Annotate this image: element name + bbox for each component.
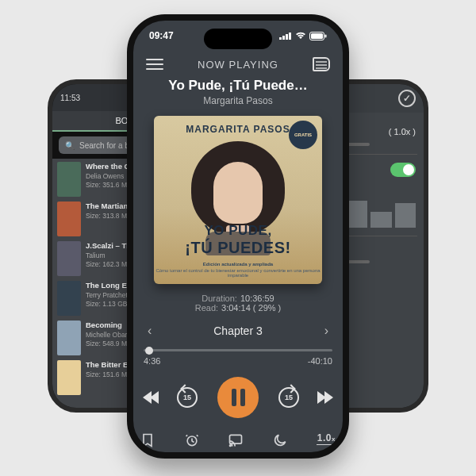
chapter-label[interactable]: Chapter 3 xyxy=(213,324,262,337)
svg-rect-5 xyxy=(311,33,323,39)
duration-label: Duration: xyxy=(202,294,237,303)
dynamic-island xyxy=(204,29,272,49)
book-cover-thumb xyxy=(57,360,81,395)
moon-icon xyxy=(272,432,288,448)
progress-thumb[interactable] xyxy=(145,347,153,355)
track-title: Yo Pude, ¡Tú Puede… xyxy=(133,78,343,94)
next-track-button[interactable] xyxy=(319,391,333,404)
cover-content: MARGARITA PASOS GRATIS YO PUDE, ¡TÚ PUED… xyxy=(154,116,322,284)
skip-forward-button[interactable]: 15 xyxy=(278,387,299,408)
cover-free-badge: GRATIS xyxy=(289,121,317,149)
book-cover-thumb xyxy=(57,321,81,355)
skip-back-icon: 15 xyxy=(177,387,198,408)
speed-value: 1.0x xyxy=(317,432,336,445)
svg-rect-3 xyxy=(289,33,291,40)
sleep-timer-button[interactable] xyxy=(184,432,200,448)
chapter-selector: ‹ Chapter 3 › xyxy=(148,324,328,338)
cover-tagline: Cómo tomar el control de tu bienestar em… xyxy=(154,268,322,278)
center-phone-now-playing: 09:47 NOW PLAYING Yo Pude, ¡Tú Puede… Ma… xyxy=(127,14,349,459)
status-icons xyxy=(279,30,327,41)
read-label: Read: xyxy=(195,303,218,313)
cast-icon xyxy=(228,432,244,448)
wifi-icon xyxy=(295,32,306,40)
cover-subtitle: Edición actualizada y ampliada xyxy=(154,262,322,267)
cover-portrait xyxy=(191,141,285,235)
read-value: 3:04:14 ( 29% ) xyxy=(221,303,281,313)
book-cover-thumb xyxy=(57,281,81,316)
skip-back-button[interactable]: 15 xyxy=(177,387,198,408)
alarm-icon xyxy=(184,432,200,448)
time-row: 4:36 -40:10 xyxy=(144,356,332,366)
bookmark-icon xyxy=(140,432,155,448)
equalizer-toggle[interactable] xyxy=(390,163,416,177)
cover-title: YO PUDE, ¡TÚ PUEDES! xyxy=(154,223,322,257)
battery-icon xyxy=(309,32,327,40)
book-cover-thumb xyxy=(57,202,81,236)
skip-forward-icon: 15 xyxy=(278,387,299,408)
night-mode-button[interactable] xyxy=(272,432,288,448)
play-pause-button[interactable] xyxy=(217,377,259,418)
svg-rect-2 xyxy=(286,34,288,40)
cover-title-line1: YO PUDE, xyxy=(204,223,271,238)
book-cover-thumb xyxy=(57,162,81,197)
cover-art[interactable]: MARGARITA PASOS GRATIS YO PUDE, ¡TÚ PUED… xyxy=(154,116,322,284)
cover-title-line2: ¡TÚ PUEDES! xyxy=(185,239,290,256)
menu-icon[interactable] xyxy=(146,59,163,70)
track-title-block: Yo Pude, ¡Tú Puede… Margarita Pasos xyxy=(133,78,343,106)
progress-bar[interactable] xyxy=(144,349,332,351)
svg-rect-8 xyxy=(230,435,242,443)
bookmark-button[interactable] xyxy=(140,432,155,448)
next-chapter-chevron-icon[interactable]: › xyxy=(324,324,328,338)
book-cover-thumb xyxy=(57,241,81,276)
search-icon: 🔍 xyxy=(65,141,75,150)
track-author: Margarita Pasos xyxy=(133,95,343,106)
svg-point-9 xyxy=(230,445,232,447)
signal-icon xyxy=(279,32,292,40)
clock: 09:47 xyxy=(149,30,174,41)
left-clock: 11:53 xyxy=(60,94,80,102)
duration-value: 10:36:59 xyxy=(240,294,274,303)
prev-track-button[interactable] xyxy=(143,391,157,404)
svg-rect-0 xyxy=(279,37,282,40)
time-remaining: -40:10 xyxy=(308,356,332,366)
playback-speed-value: ( 1.0x ) xyxy=(389,127,416,136)
time-elapsed: 4:36 xyxy=(144,356,160,366)
playback-stats: Duration:10:36:59 Read:3:04:14 ( 29% ) xyxy=(133,294,343,313)
now-playing-label: NOW PLAYING xyxy=(163,59,313,71)
transport-controls: 15 15 xyxy=(143,377,333,418)
prev-chapter-chevron-icon[interactable]: ‹ xyxy=(148,324,152,338)
svg-rect-6 xyxy=(325,34,327,37)
confirm-icon[interactable]: ✓ xyxy=(398,90,416,107)
svg-rect-1 xyxy=(282,36,285,40)
playback-speed-button[interactable]: 1.0x xyxy=(317,432,336,448)
tool-row: 1.0x xyxy=(140,432,336,448)
chapter-list-icon[interactable] xyxy=(313,57,330,71)
cast-button[interactable] xyxy=(228,432,244,448)
